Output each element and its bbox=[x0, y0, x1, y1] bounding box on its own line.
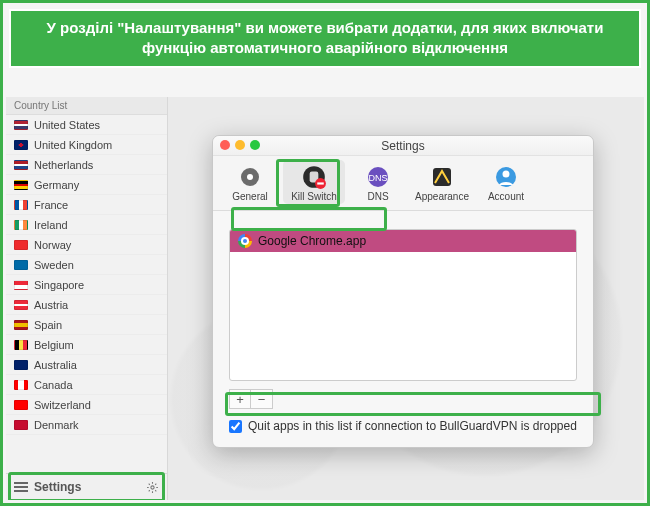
country-label: Spain bbox=[34, 319, 62, 331]
flag-icon bbox=[14, 400, 28, 410]
flag-icon bbox=[14, 420, 28, 430]
menu-icon bbox=[14, 482, 28, 492]
tab-label: Account bbox=[488, 191, 524, 202]
settings-label: Settings bbox=[34, 480, 81, 494]
appearance-icon bbox=[428, 163, 456, 191]
country-label: Switzerland bbox=[34, 399, 91, 411]
settings-window: Settings GeneralKill SwitchDNSDNSAppeara… bbox=[212, 135, 594, 448]
tab-dns[interactable]: DNSDNS bbox=[347, 160, 409, 204]
country-list-header: Country List bbox=[6, 97, 167, 115]
svg-point-0 bbox=[151, 485, 154, 488]
country-label: Denmark bbox=[34, 419, 79, 431]
sidebar: Country List United StatesUnited Kingdom… bbox=[6, 97, 168, 500]
flag-icon bbox=[14, 360, 28, 370]
country-item[interactable]: Belgium bbox=[6, 335, 167, 355]
flag-icon bbox=[14, 120, 28, 130]
maximize-icon[interactable] bbox=[250, 140, 260, 150]
country-item[interactable]: United States bbox=[6, 115, 167, 135]
country-item[interactable]: Australia bbox=[6, 355, 167, 375]
flag-icon bbox=[14, 260, 28, 270]
flag-icon bbox=[14, 240, 28, 250]
flag-icon bbox=[14, 180, 28, 190]
settings-button[interactable]: Settings bbox=[6, 473, 167, 500]
quit-apps-row[interactable]: Quit apps in this list if connection to … bbox=[229, 419, 577, 433]
app-name: Google Chrome.app bbox=[258, 234, 366, 248]
svg-text:DNS: DNS bbox=[368, 173, 387, 183]
country-label: Norway bbox=[34, 239, 71, 251]
svg-rect-6 bbox=[317, 182, 324, 184]
app-area: Country List United StatesUnited Kingdom… bbox=[6, 97, 644, 500]
country-label: Ireland bbox=[34, 219, 68, 231]
country-item[interactable]: Canada bbox=[6, 375, 167, 395]
country-item[interactable]: Ireland bbox=[6, 215, 167, 235]
tab-account[interactable]: Account bbox=[475, 160, 537, 204]
apps-list-panel: Google Chrome.app bbox=[229, 229, 577, 381]
highlight-settings bbox=[8, 472, 165, 500]
flag-icon bbox=[14, 140, 28, 150]
flag-icon bbox=[14, 200, 28, 210]
apps-controls: + − bbox=[229, 389, 577, 409]
add-app-button[interactable]: + bbox=[229, 389, 251, 409]
country-item[interactable]: Austria bbox=[6, 295, 167, 315]
tab-label: General bbox=[232, 191, 268, 202]
minimize-icon[interactable] bbox=[235, 140, 245, 150]
country-label: Singapore bbox=[34, 279, 84, 291]
country-item[interactable]: France bbox=[6, 195, 167, 215]
flag-icon bbox=[14, 220, 28, 230]
window-controls[interactable] bbox=[220, 140, 260, 150]
tab-appearance[interactable]: Appearance bbox=[411, 160, 473, 204]
expand-icon bbox=[146, 481, 159, 494]
flag-icon bbox=[14, 380, 28, 390]
country-label: Australia bbox=[34, 359, 77, 371]
country-item[interactable]: Switzerland bbox=[6, 395, 167, 415]
country-item[interactable]: Denmark bbox=[6, 415, 167, 435]
close-icon[interactable] bbox=[220, 140, 230, 150]
remove-app-button[interactable]: − bbox=[251, 389, 273, 409]
country-item[interactable]: Netherlands bbox=[6, 155, 167, 175]
flag-icon bbox=[14, 160, 28, 170]
dns-icon: DNS bbox=[364, 163, 392, 191]
country-label: Austria bbox=[34, 299, 68, 311]
killswitch-icon bbox=[300, 163, 328, 191]
country-label: Germany bbox=[34, 179, 79, 191]
country-label: Belgium bbox=[34, 339, 74, 351]
country-item[interactable]: Spain bbox=[6, 315, 167, 335]
flag-icon bbox=[14, 280, 28, 290]
flag-icon bbox=[14, 340, 28, 350]
tab-label: Kill Switch bbox=[291, 191, 337, 202]
settings-toolbar: GeneralKill SwitchDNSDNSAppearanceAccoun… bbox=[213, 156, 593, 211]
tab-label: DNS bbox=[367, 191, 388, 202]
svg-point-2 bbox=[247, 174, 253, 180]
country-item[interactable]: United Kingdom bbox=[6, 135, 167, 155]
settings-titlebar: Settings bbox=[213, 136, 593, 156]
annotation-banner: У розділі "Налаштування" ви можете вибра… bbox=[9, 9, 641, 68]
tab-kill-switch[interactable]: Kill Switch bbox=[283, 160, 345, 204]
app-row-chrome[interactable]: Google Chrome.app bbox=[230, 230, 576, 252]
chrome-icon bbox=[238, 234, 252, 248]
country-label: United States bbox=[34, 119, 100, 131]
tab-general[interactable]: General bbox=[219, 160, 281, 204]
country-list: United StatesUnited KingdomNetherlandsGe… bbox=[6, 115, 167, 473]
country-item[interactable]: Singapore bbox=[6, 275, 167, 295]
country-label: Canada bbox=[34, 379, 73, 391]
country-item[interactable]: Germany bbox=[6, 175, 167, 195]
flag-icon bbox=[14, 300, 28, 310]
annotated-screenshot-frame: У розділі "Налаштування" ви можете вибра… bbox=[0, 0, 650, 506]
account-icon bbox=[492, 163, 520, 191]
tab-label: Appearance bbox=[415, 191, 469, 202]
country-label: France bbox=[34, 199, 68, 211]
quit-apps-checkbox[interactable] bbox=[229, 420, 242, 433]
country-item[interactable]: Norway bbox=[6, 235, 167, 255]
settings-title: Settings bbox=[381, 139, 424, 153]
country-label: Sweden bbox=[34, 259, 74, 271]
country-item[interactable]: Sweden bbox=[6, 255, 167, 275]
gear-icon bbox=[236, 163, 264, 191]
flag-icon bbox=[14, 320, 28, 330]
country-label: Netherlands bbox=[34, 159, 93, 171]
country-label: United Kingdom bbox=[34, 139, 112, 151]
quit-apps-label: Quit apps in this list if connection to … bbox=[248, 419, 577, 433]
svg-point-11 bbox=[503, 171, 510, 178]
